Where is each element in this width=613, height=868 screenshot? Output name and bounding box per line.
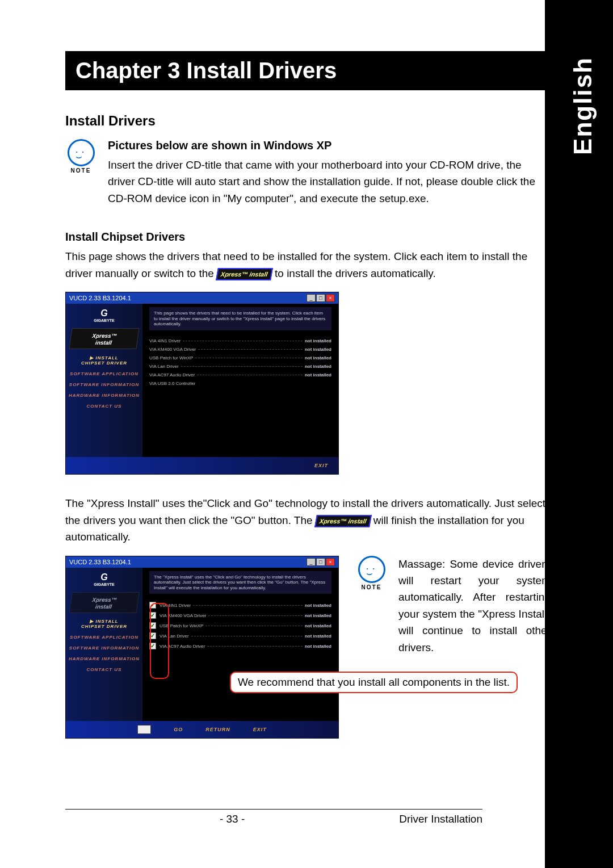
driver-row: VIA Lan Drivernot installed	[149, 364, 331, 369]
nav-hardware-info[interactable]: HARDWARE INFORMATION	[66, 393, 142, 398]
note-label: NOTE	[65, 167, 96, 174]
brand-logo: GGIGABYTE	[66, 572, 142, 586]
driver-row: ✓VIA AC97 Audio Drivernot installed	[149, 643, 331, 649]
driver-row: ✓VIA KM400 VGA Drivernot installed	[149, 612, 331, 619]
callout-highlight-box	[150, 603, 169, 679]
content-description: This page shows the drivers that need to…	[149, 307, 331, 330]
footer-icon	[137, 725, 151, 734]
chapter-title: Chapter 3 Install Drivers	[65, 51, 551, 90]
driver-row: VIA KM400 VGA Drivernot installed	[149, 347, 331, 352]
nav-software-app[interactable]: SOFTWARE APPLICATION	[66, 635, 142, 640]
nav-contact[interactable]: CONTACT US	[66, 404, 142, 409]
massage-note: Massage: Some device drivers will restar…	[398, 556, 551, 656]
driver-row: ✓VIA 4IN1 Drivernot installed	[149, 602, 331, 609]
close-icon[interactable]: ×	[326, 558, 335, 566]
installer-window-2: VUCD 2.33 B3.1204.1 _□× GGIGABYTE Xpress…	[65, 556, 339, 739]
section2-heading: Install Chipset Drivers	[65, 230, 551, 244]
minimize-icon[interactable]: _	[306, 294, 316, 302]
exit-button[interactable]: EXIT	[314, 463, 328, 468]
driver-row: ✓USB Patch for WinXPnot installed	[149, 622, 331, 629]
nav-software-info[interactable]: SOFTWARE INFORMATION	[66, 645, 142, 651]
exit-button[interactable]: EXIT	[253, 727, 267, 732]
section-heading: Install Drivers	[65, 113, 551, 129]
note-label: NOTE	[356, 584, 387, 590]
nav-contact[interactable]: CONTACT US	[66, 667, 142, 672]
window-titlebar: VUCD 2.33 B3.1204.1 _□×	[66, 556, 338, 568]
installer-window-1: VUCD 2.33 B3.1204.1 _□× GGIGABYTE Xpress…	[65, 292, 339, 475]
xpress-install-icon: Xpress™ install	[216, 268, 272, 280]
go-button[interactable]: GO	[174, 727, 183, 732]
paragraph-a: This page shows the drivers that need to…	[65, 248, 551, 282]
window-titlebar: VUCD 2.33 B3.1204.1 _□×	[66, 292, 338, 304]
brand-logo: GGIGABYTE	[66, 308, 142, 322]
recommend-callout: We recommend that you install all compon…	[230, 672, 518, 693]
driver-row: ✓VIA Lan Drivernot installed	[149, 632, 331, 639]
driver-row: VIA AC97 Audio Drivernot installed	[149, 372, 331, 378]
close-icon[interactable]: ×	[326, 294, 335, 302]
xpress-install-button[interactable]: Xpress™install	[69, 328, 139, 349]
driver-row: VIA 4IN1 Drivernot installed	[149, 338, 331, 343]
note-icon: NOTE	[356, 556, 387, 590]
nav-install[interactable]: ▶ INSTALLCHIPSET DRIVER	[66, 619, 142, 629]
minimize-icon[interactable]: _	[306, 558, 316, 566]
para-a-part2: to install the drivers automatically.	[275, 267, 436, 279]
nav-software-app[interactable]: SOFTWARE APPLICATION	[66, 371, 142, 376]
paragraph-b: The "Xpress Install" uses the"Click and …	[65, 495, 551, 545]
xpress-install-button[interactable]: Xpress™install	[69, 592, 139, 613]
nav-install[interactable]: ▶ INSTALLCHIPSET DRIVER	[66, 355, 142, 366]
window-title: VUCD 2.33 B3.1204.1	[69, 295, 131, 301]
maximize-icon[interactable]: □	[316, 294, 325, 302]
page-footer: - 33 - Driver Installation	[65, 809, 482, 825]
note-icon: NOTE	[65, 139, 96, 174]
maximize-icon[interactable]: □	[316, 558, 325, 566]
footer-section-label: Driver Installation	[399, 813, 482, 825]
window-controls[interactable]: _□×	[306, 558, 335, 566]
content-description: The "Xpress Install" uses the "Click and…	[149, 571, 331, 594]
page-number: - 33 -	[220, 813, 245, 825]
xpress-install-icon: Xpress™ install	[314, 515, 371, 527]
nav-hardware-info[interactable]: HARDWARE INFORMATION	[66, 656, 142, 661]
driver-row: USB Patch for WinXPnot installed	[149, 355, 331, 360]
notice-heading: Pictures below are shown in Windows XP	[108, 139, 551, 152]
notice-body: Insert the driver CD-title that came wit…	[108, 157, 551, 207]
driver-row: VIA USB 2.0 Controller	[149, 381, 331, 386]
window-controls[interactable]: _□×	[306, 294, 335, 302]
window-title: VUCD 2.33 B3.1204.1	[69, 559, 131, 565]
return-button[interactable]: RETURN	[205, 727, 230, 732]
nav-software-info[interactable]: SOFTWARE INFORMATION	[66, 382, 142, 387]
